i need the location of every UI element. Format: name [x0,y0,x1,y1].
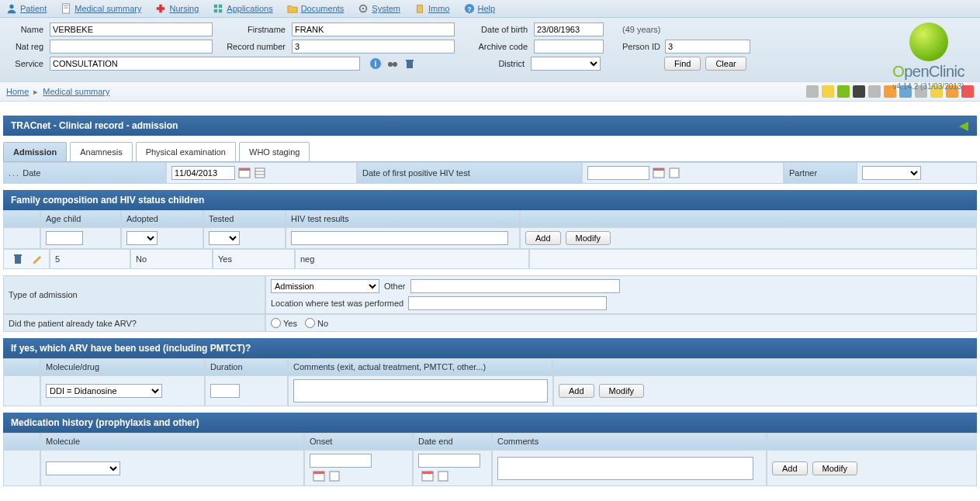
menu-patient-label[interactable]: Patient [20,4,47,13]
breadcrumb-current[interactable]: Medical summary [43,87,109,96]
tool-plate-icon[interactable] [868,85,881,98]
medhist-comments-input[interactable] [497,457,753,480]
menu-help[interactable]: ? Help [464,3,496,14]
tab-anamnesis[interactable]: Anamnesis [70,142,132,161]
menu-medical-summary-label[interactable]: Medical summary [74,4,141,13]
info-icon[interactable]: i [369,57,382,70]
menu-applications[interactable]: Applications [213,3,272,14]
medhist-end-input[interactable] [418,454,480,468]
menu-applications-label[interactable]: Applications [227,4,272,13]
delete-icon[interactable] [12,253,24,265]
medhist-add-button[interactable]: Add [772,461,808,475]
tool-image-icon[interactable] [837,85,850,98]
arv-molecule-select[interactable]: DDI = Didanosine [46,384,162,398]
arv-duration-input[interactable] [210,384,240,398]
location-input[interactable] [408,296,607,310]
grid-icon[interactable] [437,470,449,482]
svg-rect-20 [406,60,414,61]
family-adopted-select[interactable] [126,231,158,245]
family-row-tested: Yes [213,249,295,269]
svg-point-11 [362,8,365,10]
calendar-icon[interactable] [421,470,434,482]
family-add-button[interactable]: Add [525,231,561,245]
personid-input[interactable] [665,40,750,54]
admission-date-input[interactable] [171,166,235,180]
type-admission-other-input[interactable] [410,279,620,293]
arv-add-button[interactable]: Add [559,384,594,398]
family-tested-select[interactable] [209,231,240,245]
calendar-icon[interactable] [238,167,251,179]
arv-no-radio[interactable]: No [305,318,328,328]
svg-rect-37 [438,472,448,481]
arv-section-header: If yes, which ARV have been used (includ… [3,338,977,358]
menu-nursing-label[interactable]: Nursing [169,4,199,13]
top-menu-bar: Patient Medical summary Nursing Applicat… [0,0,980,18]
medhist-onset-input[interactable] [310,454,372,468]
district-label: District [456,59,526,68]
arv-molecule-header: Molecule/drug [40,358,205,375]
natreg-input[interactable] [50,40,213,54]
archivecode-input[interactable] [534,40,604,54]
folder-icon [287,3,298,14]
hiv-date-input[interactable] [587,166,649,180]
find-button[interactable]: Find [664,57,701,71]
tool-edit-icon[interactable] [822,85,834,98]
menu-system-label[interactable]: System [372,4,400,13]
document-icon [61,3,71,14]
logo-block: OpenClinic v4.14.2 (31/03/2013) [892,22,964,91]
calendar-icon[interactable] [653,167,665,179]
logo-version: v4.14.2 (31/03/2013) [892,82,964,91]
arv-duration-header: Duration [205,358,288,375]
recordnumber-input[interactable] [292,40,455,54]
type-admission-select[interactable]: Admission [271,279,379,293]
menu-immo-label[interactable]: Immo [428,4,450,13]
arv-yes-radio[interactable]: Yes [271,318,297,328]
menu-nursing[interactable]: Nursing [155,3,199,14]
family-results-input[interactable] [291,231,508,245]
edit-icon[interactable] [32,253,44,265]
menu-documents[interactable]: Documents [287,3,345,14]
dots-icon[interactable]: ... [9,168,20,178]
trash-icon[interactable] [403,57,416,70]
grid-icon[interactable] [668,167,680,179]
tab-admission[interactable]: Admission [3,142,67,161]
tool-bed-icon[interactable] [853,85,865,98]
cross-icon [155,3,166,14]
name-input[interactable] [50,22,213,36]
menu-patient[interactable]: Patient [6,3,47,14]
medhist-modify-button[interactable]: Modify [812,461,857,475]
grid-icon[interactable] [328,470,341,482]
svg-rect-8 [214,9,217,12]
district-select[interactable] [531,57,601,71]
svg-rect-23 [239,168,250,171]
medhist-molecule-select[interactable] [46,461,120,475]
date-value-cell [166,162,357,184]
menu-immo[interactable]: Immo [414,3,450,14]
dob-label: Date of birth [459,25,529,34]
menu-system[interactable]: System [358,3,400,14]
family-age-input[interactable] [46,231,83,245]
partner-select[interactable] [862,166,921,180]
arv-modify-button[interactable]: Modify [599,384,644,398]
binoculars-icon[interactable] [386,57,399,70]
tab-who-staging[interactable]: WHO staging [239,142,310,161]
type-admission-label: Type of admission [3,275,265,314]
arv-comments-input[interactable] [293,379,548,403]
menu-documents-label[interactable]: Documents [301,4,345,13]
menu-help-label[interactable]: Help [478,4,496,13]
back-arrow-icon[interactable] [957,119,971,133]
dob-input[interactable] [534,22,604,36]
breadcrumb-home[interactable]: Home [6,87,29,96]
menu-medical-summary[interactable]: Medical summary [61,3,141,14]
tab-physical-examination[interactable]: Physical examination [136,142,236,161]
tool-note-icon[interactable] [806,85,819,98]
medhist-molecule-header: Molecule [40,433,304,450]
firstname-input[interactable] [292,22,455,36]
service-input[interactable] [50,57,360,71]
svg-rect-34 [330,472,339,481]
svg-point-18 [393,62,397,67]
clear-button[interactable]: Clear [705,57,746,71]
family-modify-button[interactable]: Modify [566,231,611,245]
calendar-icon[interactable] [313,470,325,482]
grid-icon[interactable] [254,167,266,179]
